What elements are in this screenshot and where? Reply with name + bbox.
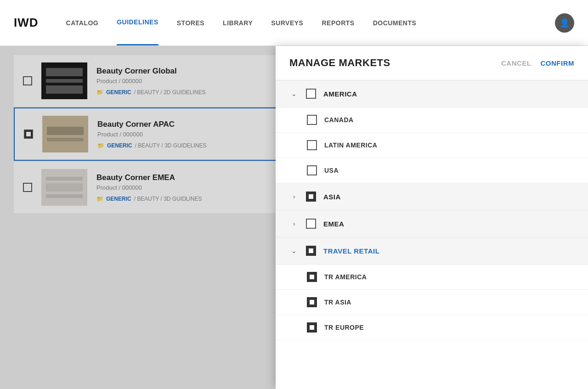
chevron-down-icon: ⌄ <box>289 246 299 255</box>
tr-america-label: TR AMERICA <box>324 273 367 281</box>
emea-label: EMEA <box>323 220 344 228</box>
usa-item[interactable]: USA <box>276 158 588 183</box>
nav-catalog[interactable]: CATALOG <box>66 0 99 45</box>
tr-asia-label: TR ASIA <box>324 299 351 306</box>
market-group-emea[interactable]: › EMEA <box>276 210 588 237</box>
market-group-asia[interactable]: › ASIA <box>276 183 588 210</box>
usa-checkbox[interactable] <box>307 165 317 175</box>
chevron-right-icon: › <box>289 192 299 201</box>
tr-europe-item[interactable]: TR EUROPE <box>276 315 588 340</box>
tr-europe-checkbox[interactable] <box>307 322 317 333</box>
latin-america-checkbox[interactable] <box>307 140 317 150</box>
travel-retail-label: TRAVEL RETAIL <box>323 247 379 255</box>
chevron-down-icon: ⌄ <box>289 89 299 98</box>
nav-library[interactable]: LIBRARY <box>223 0 253 45</box>
canada-checkbox[interactable] <box>307 115 317 125</box>
latin-america-label: LATIN AMERICA <box>324 141 377 149</box>
asia-checkbox[interactable] <box>306 192 316 202</box>
nav-guidelines[interactable]: GUIDELINES <box>117 0 158 45</box>
canada-label: CANADA <box>324 116 354 124</box>
america-label: AMERICA <box>323 90 357 98</box>
emea-checkbox[interactable] <box>306 219 316 229</box>
tr-america-checkbox[interactable] <box>307 272 317 282</box>
market-group-america[interactable]: ⌄ AMERICA <box>276 80 588 107</box>
modal-title: MANAGE MARKETS <box>289 57 492 69</box>
logo: IWD <box>14 16 39 30</box>
modal-header: MANAGE MARKETS CANCEL CONFIRM <box>276 46 588 80</box>
tr-asia-item[interactable]: TR ASIA <box>276 290 588 315</box>
latin-america-item[interactable]: LATIN AMERICA <box>276 133 588 158</box>
manage-markets-modal: MANAGE MARKETS CANCEL CONFIRM ⌄ AMERICA … <box>276 46 588 389</box>
cancel-button[interactable]: CANCEL <box>501 59 531 67</box>
asia-label: ASIA <box>323 193 341 201</box>
market-list: ⌄ AMERICA CANADA LATIN AMERICA USA <box>276 80 588 389</box>
avatar[interactable]: 👤 <box>555 13 574 33</box>
main-content: Beauty Corner Global Product / 000000 📁 … <box>0 46 588 389</box>
market-group-travel-retail[interactable]: ⌄ TRAVEL RETAIL <box>276 237 588 265</box>
chevron-right-icon: › <box>289 219 299 228</box>
nav-surveys[interactable]: SURVEYS <box>271 0 303 45</box>
america-checkbox[interactable] <box>306 89 316 99</box>
confirm-button[interactable]: CONFIRM <box>541 59 575 67</box>
canada-item[interactable]: CANADA <box>276 107 588 133</box>
travel-retail-checkbox[interactable] <box>306 246 316 256</box>
tr-europe-label: TR EUROPE <box>324 324 364 331</box>
tr-asia-checkbox[interactable] <box>307 297 317 307</box>
nav-stores[interactable]: STORES <box>177 0 204 45</box>
usa-label: USA <box>324 167 339 174</box>
main-nav: CATALOG GUIDELINES STORES LIBRARY SURVEY… <box>66 0 417 45</box>
nav-reports[interactable]: REPORTS <box>322 0 354 45</box>
header: IWD CATALOG GUIDELINES STORES LIBRARY SU… <box>0 0 588 46</box>
modal-overlay: MANAGE MARKETS CANCEL CONFIRM ⌄ AMERICA … <box>0 46 588 389</box>
tr-america-item[interactable]: TR AMERICA <box>276 265 588 290</box>
nav-documents[interactable]: DOCUMENTS <box>373 0 417 45</box>
